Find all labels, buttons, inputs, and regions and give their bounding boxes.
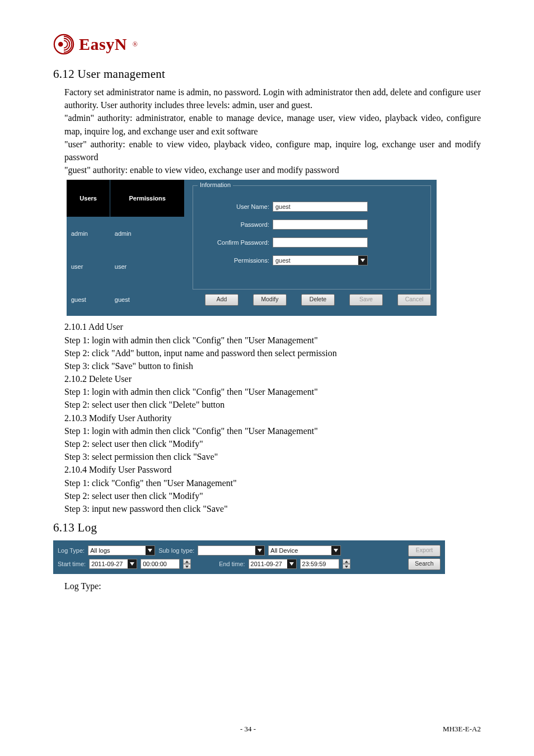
svg-marker-11	[345, 566, 348, 568]
chevron-down-icon	[358, 256, 367, 265]
label-start-time: Start time:	[58, 561, 86, 567]
username-input[interactable]: guest	[273, 202, 368, 212]
sub-log-type-select[interactable]	[198, 545, 265, 556]
svg-marker-7	[185, 561, 189, 563]
step: Step 3: click "Save" button to finish	[64, 360, 481, 372]
cancel-button[interactable]: Cancel	[397, 294, 431, 306]
start-time-input[interactable]: 00:00:00	[140, 559, 180, 569]
chevron-down-icon	[146, 546, 154, 555]
label-username: User Name:	[202, 203, 273, 210]
step: Step 2: select user then click "Delete" …	[64, 398, 481, 411]
table-row[interactable]: admin admin	[67, 217, 185, 250]
page-number: - 34 -	[240, 725, 256, 734]
end-date-input[interactable]: 2011-09-27	[249, 559, 297, 569]
para-guest: "guest" authority: enable to view video,…	[64, 164, 481, 176]
save-button[interactable]: Save	[349, 294, 383, 306]
svg-marker-4	[257, 549, 262, 552]
subheading-2101: 2.10.1 Add User	[64, 320, 481, 333]
table-row[interactable]: user user	[67, 250, 185, 283]
heading-6-12: 6.12 User management	[53, 67, 481, 81]
step: Step 3: input new password then click "S…	[64, 502, 481, 515]
label-permissions: Permissions:	[202, 257, 273, 264]
delete-button[interactable]: Delete	[301, 294, 335, 306]
step: Step 1: click "Config" then "User Manage…	[64, 477, 481, 489]
chevron-down-icon	[128, 559, 137, 568]
label-sub-log-type: Sub log type:	[158, 547, 194, 554]
brand-logo: EasyN ®	[53, 34, 138, 55]
label-end-time: End time:	[219, 561, 245, 567]
step: Step 2: click "Add" button, input name a…	[64, 347, 481, 360]
subheading-2103: 2.10.3 Modify User Authority	[64, 412, 481, 424]
svg-marker-6	[130, 562, 134, 566]
chevron-down-icon	[183, 564, 191, 569]
chevron-down-icon	[331, 546, 340, 555]
svg-marker-9	[289, 562, 294, 566]
chevron-down-icon	[255, 546, 264, 555]
chevron-up-icon	[343, 559, 350, 564]
search-button[interactable]: Search	[408, 558, 441, 570]
log-type-select[interactable]: All logs	[88, 545, 155, 556]
information-fieldset: Information User Name: guest Password: C…	[193, 185, 431, 290]
fieldset-legend: Information	[198, 181, 233, 188]
chevron-down-icon	[343, 564, 350, 569]
start-time-spinner[interactable]	[183, 559, 191, 569]
step: Step 1: login with admin then click "Con…	[64, 424, 481, 437]
step: Step 2: select user then click "Modify"	[64, 489, 481, 502]
log-screenshot: Log Type: All logs Sub log type: All Dev…	[53, 540, 445, 574]
text-log-type: Log Type:	[64, 580, 481, 592]
heading-6-13: 6.13 Log	[53, 521, 481, 535]
svg-point-0	[54, 35, 73, 54]
page-footer: - 34 - MH3E-E-A2	[53, 725, 481, 734]
start-date-input[interactable]: 2011-09-27	[89, 559, 137, 569]
users-table: Users Permissions admin admin user user …	[67, 180, 185, 316]
para-admin: "admin" authority: administrator, enable…	[64, 111, 481, 137]
password-input[interactable]	[273, 220, 368, 230]
col-users: Users	[67, 180, 110, 217]
end-time-input[interactable]: 23:59:59	[300, 559, 339, 569]
step: Step 1: login with admin then click "Con…	[64, 385, 481, 398]
svg-point-1	[58, 42, 63, 47]
para-intro: Factory set administrator name is admin,…	[64, 86, 481, 111]
col-permissions: Permissions	[110, 180, 185, 217]
svg-marker-8	[185, 566, 189, 568]
subheading-2102: 2.10.2 Delete User	[64, 372, 481, 385]
step: Step 1: login with admin then click "Con…	[64, 334, 481, 347]
svg-marker-5	[334, 549, 338, 552]
user-management-screenshot: Users Permissions admin admin user user …	[67, 180, 437, 316]
modify-button[interactable]: Modify	[253, 294, 287, 306]
confirm-password-input[interactable]	[273, 237, 368, 248]
export-button[interactable]: Export	[408, 545, 441, 557]
step: Step 2: select user then click "Modify"	[64, 437, 481, 450]
logo-icon	[53, 34, 74, 55]
step: Step 3: select permission then click "Sa…	[64, 450, 481, 463]
para-user: "user" authority: enable to view video, …	[64, 138, 481, 164]
svg-marker-3	[148, 549, 152, 552]
registered-mark: ®	[133, 40, 138, 49]
label-confirm-password: Confirm Password:	[202, 239, 273, 246]
label-password: Password:	[202, 221, 273, 228]
svg-marker-2	[360, 259, 365, 262]
device-select[interactable]: All Device	[268, 545, 341, 556]
label-log-type: Log Type:	[58, 547, 85, 554]
table-row[interactable]: guest guest	[67, 283, 185, 316]
svg-marker-10	[345, 561, 348, 563]
subheading-2104: 2.10.4 Modify User Password	[64, 463, 481, 476]
chevron-up-icon	[183, 559, 191, 564]
permissions-select[interactable]: guest	[273, 255, 368, 265]
logo-word: EasyN	[79, 35, 127, 54]
end-time-spinner[interactable]	[343, 559, 350, 569]
chevron-down-icon	[287, 559, 296, 568]
doc-code: MH3E-E-A2	[443, 725, 481, 734]
add-button[interactable]: Add	[205, 294, 238, 306]
